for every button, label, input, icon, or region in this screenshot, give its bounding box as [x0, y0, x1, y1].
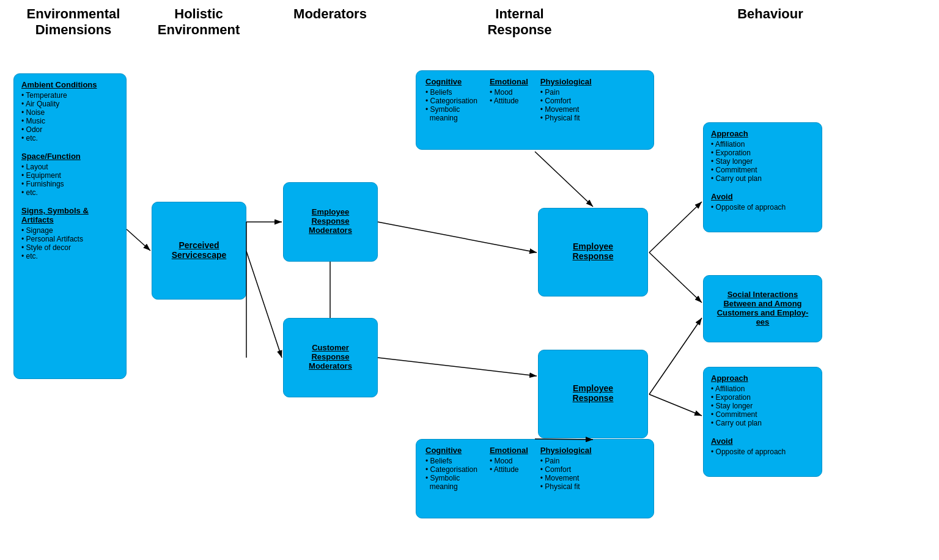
svg-line-8	[649, 202, 702, 252]
diagram-container: EnvironmentalDimensions HolisticEnvironm…	[0, 0, 939, 560]
approach-top-items: Affiliation Exporation Stay longer Commi…	[711, 140, 814, 183]
physiological-bottom-items: Pain Comfort Movement Physical fit	[540, 457, 592, 491]
internal-bottom-box: Cognitive Beliefs Categorisation Symboli…	[416, 439, 654, 518]
employee-response-bottom-box: EmployeeResponse	[538, 350, 648, 438]
cognitive-top-title: Cognitive	[425, 77, 477, 86]
header-holistic: HolisticEnvironment	[150, 6, 248, 39]
emotional-bottom: Emotional Mood Attitude	[490, 446, 528, 491]
ambient-title: Ambient Conditions	[21, 80, 119, 89]
physiological-bottom-title: Physiological	[540, 446, 592, 455]
cognitive-bottom-title: Cognitive	[425, 446, 477, 455]
svg-line-6	[378, 358, 537, 376]
perceived-title: PerceivedServicescape	[172, 240, 227, 260]
emotional-bottom-items: Mood Attitude	[490, 457, 528, 474]
approach-top-title: Approach	[711, 129, 814, 138]
avoid-top-items: Opposite of approach	[711, 203, 814, 212]
customer-moderators-box: CustomerResponseModerators	[283, 318, 378, 397]
emotional-top-title: Emotional	[490, 77, 528, 86]
header-environmental: EnvironmentalDimensions	[18, 6, 128, 39]
emotional-bottom-title: Emotional	[490, 446, 528, 455]
cognitive-top: Cognitive Beliefs Categorisation Symboli…	[425, 77, 477, 122]
svg-line-10	[649, 318, 702, 394]
header-behaviour: Behaviour	[709, 6, 831, 22]
header-moderators: Moderators	[281, 6, 379, 22]
employee-response-top-title: EmployeeResponse	[573, 241, 614, 261]
approach-bottom-title: Approach	[711, 374, 814, 383]
customer-mod-title: CustomerResponseModerators	[309, 343, 352, 370]
environmental-box: Ambient Conditions Temperature Air Quali…	[13, 73, 127, 379]
approach-top-box: Approach Affiliation Exporation Stay lon…	[703, 122, 822, 232]
space-items: Layout Equipment Furnishings etc.	[21, 163, 119, 197]
svg-line-5	[378, 222, 537, 252]
internal-top-content: Cognitive Beliefs Categorisation Symboli…	[425, 77, 644, 122]
approach-bottom-box: Approach Affiliation Exporation Stay lon…	[703, 367, 822, 477]
employee-response-top-box: EmployeeResponse	[538, 208, 648, 297]
ambient-items: Temperature Air Quality Noise Music Odor…	[21, 91, 119, 142]
social-interactions-box: Social InteractionsBetween and AmongCust…	[703, 275, 822, 342]
internal-top-box: Cognitive Beliefs Categorisation Symboli…	[416, 70, 654, 150]
avoid-top-title: Avoid	[711, 192, 814, 201]
avoid-bottom-title: Avoid	[711, 437, 814, 446]
cognitive-bottom: Cognitive Beliefs Categorisation Symboli…	[425, 446, 477, 491]
avoid-bottom-items: Opposite of approach	[711, 448, 814, 456]
cognitive-bottom-items: Beliefs Categorisation Symbolic meaning	[425, 457, 477, 491]
perceived-servicescape-box: PerceivedServicescape	[152, 202, 246, 300]
social-title: Social InteractionsBetween and AmongCust…	[717, 290, 809, 326]
internal-bottom-content: Cognitive Beliefs Categorisation Symboli…	[425, 446, 644, 491]
approach-bottom-items: Affiliation Exporation Stay longer Commi…	[711, 385, 814, 427]
employee-moderators-box: EmployeeResponseModerators	[283, 182, 378, 262]
svg-line-11	[649, 394, 702, 416]
svg-line-4	[246, 251, 282, 358]
header-internal: InternalResponse	[446, 6, 593, 39]
physiological-top-title: Physiological	[540, 77, 592, 86]
emotional-top: Emotional Mood Attitude	[490, 77, 528, 122]
svg-line-9	[649, 252, 702, 303]
emotional-top-items: Mood Attitude	[490, 88, 528, 105]
svg-line-7	[535, 152, 593, 207]
signs-title: Signs, Symbols & Artifacts	[21, 206, 119, 224]
cognitive-top-items: Beliefs Categorisation Symbolic meaning	[425, 88, 477, 122]
space-title: Space/Function	[21, 152, 119, 161]
signs-items: Signage Personal Artifacts Style of deco…	[21, 226, 119, 260]
physiological-bottom: Physiological Pain Comfort Movement Phys…	[540, 446, 592, 491]
svg-line-2	[127, 229, 150, 251]
employee-response-bottom-title: EmployeeResponse	[573, 383, 614, 403]
physiological-top-items: Pain Comfort Movement Physical fit	[540, 88, 592, 122]
physiological-top: Physiological Pain Comfort Movement Phys…	[540, 77, 592, 122]
employee-mod-title: EmployeeResponseModerators	[309, 207, 352, 235]
